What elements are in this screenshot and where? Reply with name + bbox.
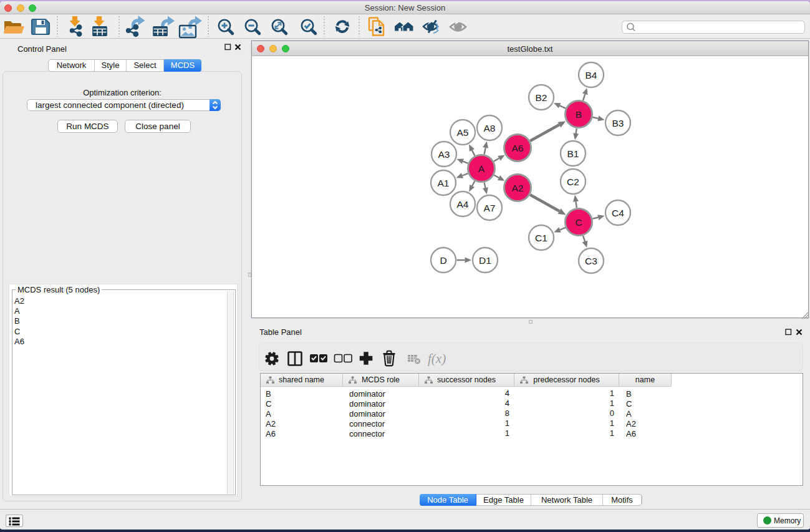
svg-text:C3: C3: [585, 256, 597, 266]
svg-text:D1: D1: [479, 255, 491, 266]
svg-text:A2: A2: [512, 183, 524, 193]
svg-text:C: C: [575, 217, 582, 228]
svg-text:A8: A8: [484, 123, 496, 133]
svg-text:A1: A1: [438, 178, 450, 188]
svg-text:D: D: [440, 255, 446, 266]
svg-text:B1: B1: [567, 148, 579, 159]
svg-text:B3: B3: [612, 118, 624, 128]
svg-text:C4: C4: [612, 208, 624, 218]
svg-text:B2: B2: [536, 92, 547, 103]
svg-text:B4: B4: [586, 70, 597, 80]
svg-text:A: A: [478, 163, 485, 174]
svg-text:C2: C2: [567, 177, 579, 187]
svg-text:B: B: [576, 109, 582, 120]
svg-text:A7: A7: [484, 203, 496, 213]
svg-text:A3: A3: [438, 149, 450, 160]
svg-text:A4: A4: [457, 199, 469, 210]
svg-text:A5: A5: [457, 127, 469, 138]
svg-text:A6: A6: [512, 143, 524, 153]
svg-text:C1: C1: [535, 233, 547, 243]
